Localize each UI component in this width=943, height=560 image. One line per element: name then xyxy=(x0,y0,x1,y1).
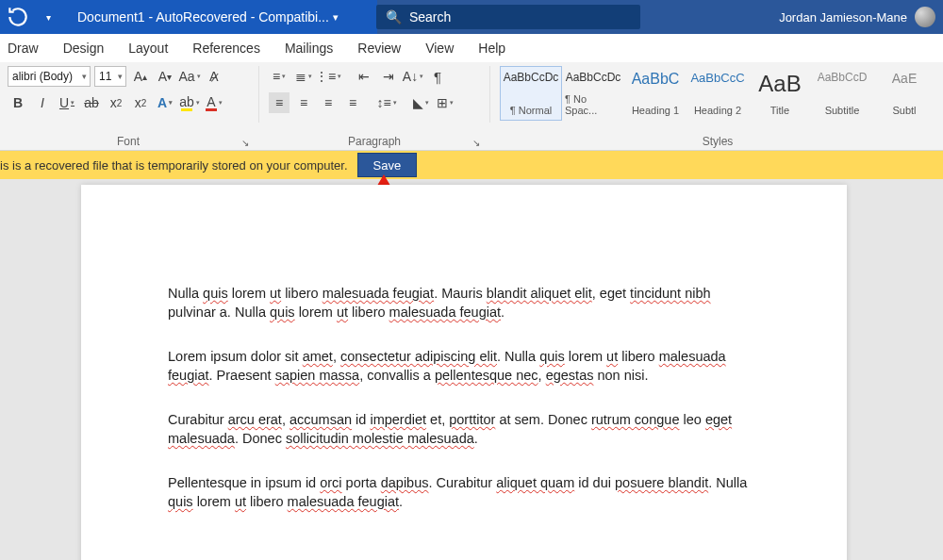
style-item[interactable]: AaBTitle xyxy=(749,66,811,121)
underline-icon[interactable]: U xyxy=(57,92,77,113)
title-dropdown-icon[interactable]: ▾ xyxy=(333,11,339,24)
line-spacing-icon[interactable]: ↕≡ xyxy=(376,92,397,113)
subscript-icon[interactable]: x2 xyxy=(106,92,126,113)
bold-icon[interactable]: B xyxy=(8,92,28,113)
recovery-message-text: is is a recovered file that is temporari… xyxy=(0,158,348,173)
tab-review[interactable]: Review xyxy=(357,41,401,56)
style-preview: AaE xyxy=(892,71,917,86)
styles-gallery[interactable]: AaBbCcDc¶ NormalAaBbCcDc¶ No Spac...AaBb… xyxy=(500,66,935,121)
paragraph-2[interactable]: Lorem ipsum dolor sit amet, consectetur … xyxy=(168,348,762,385)
user-name: Jordan Jamieson-Mane xyxy=(779,10,907,25)
document-page[interactable]: Nulla quis lorem ut libero malesuada feu… xyxy=(81,185,847,560)
font-family-combo[interactable]: alibri (Body) xyxy=(8,66,91,87)
shading-icon[interactable]: ◣ xyxy=(410,92,431,113)
style-preview: AaBbCcC xyxy=(690,71,744,85)
tab-layout[interactable]: Layout xyxy=(128,41,168,56)
multilevel-list-icon[interactable]: ⋮≡ xyxy=(318,66,339,87)
clear-formatting-icon[interactable]: A̷ xyxy=(204,66,224,87)
style-name-label: ¶ No Spac... xyxy=(565,93,621,116)
style-preview: AaBbCcDc xyxy=(504,71,559,84)
italic-icon[interactable]: I xyxy=(32,92,53,113)
align-center-icon[interactable]: ≡ xyxy=(293,92,314,113)
style-preview: AaB xyxy=(758,71,801,97)
paragraph-group-label: Paragraph xyxy=(348,135,401,148)
style-item[interactable]: AaBbCcCHeading 2 xyxy=(687,66,749,121)
style-preview: AaBbCcDc xyxy=(566,71,621,84)
style-name-label: Heading 2 xyxy=(694,105,741,116)
bullets-icon[interactable]: ≡ xyxy=(269,66,290,87)
strikethrough-icon[interactable]: ab xyxy=(81,92,102,113)
change-case-icon[interactable]: Aa xyxy=(179,66,200,87)
search-placeholder: Search xyxy=(409,9,451,25)
numbering-icon[interactable]: ≣ xyxy=(293,66,314,87)
autosave-redo-icon[interactable] xyxy=(6,5,30,29)
ribbon-tabs: Draw Design Layout References Mailings R… xyxy=(0,34,943,62)
tab-design[interactable]: Design xyxy=(63,41,105,56)
font-size-combo[interactable]: 11 xyxy=(94,66,126,87)
save-button[interactable]: Save xyxy=(357,153,418,177)
paragraph-dialog-launcher-icon[interactable]: ↘ xyxy=(472,138,480,148)
styles-group-label: Styles xyxy=(703,135,734,148)
shrink-font-icon[interactable]: A▾ xyxy=(155,66,175,87)
style-name-label: Heading 1 xyxy=(632,105,679,116)
style-name-label: ¶ Normal xyxy=(510,105,552,116)
style-preview: AaBbCcD xyxy=(818,71,868,84)
font-dialog-launcher-icon[interactable]: ↘ xyxy=(241,138,249,148)
superscript-icon[interactable]: x2 xyxy=(130,92,151,113)
tab-references[interactable]: References xyxy=(192,41,260,56)
paragraph-1[interactable]: Nulla quis lorem ut libero malesuada feu… xyxy=(168,285,762,321)
borders-icon[interactable]: ⊞ xyxy=(435,92,455,113)
tab-draw[interactable]: Draw xyxy=(8,41,39,56)
text-effects-icon[interactable]: A xyxy=(155,92,175,113)
decrease-indent-icon[interactable]: ⇤ xyxy=(354,66,374,87)
tab-help[interactable]: Help xyxy=(478,41,505,56)
style-item[interactable]: AaBbCcDc¶ Normal xyxy=(500,66,562,121)
style-item[interactable]: AaBbCcDSubtitle xyxy=(811,66,873,121)
font-color-icon[interactable]: A xyxy=(204,92,224,113)
style-name-label: Subtl xyxy=(892,105,916,116)
font-group-label: Font xyxy=(117,135,140,148)
style-item[interactable]: AaESubtl xyxy=(873,66,935,121)
style-item[interactable]: AaBbCcDc¶ No Spac... xyxy=(562,66,624,121)
highlight-icon[interactable]: ab xyxy=(179,92,200,113)
search-icon: 🔍 xyxy=(386,9,402,25)
style-item[interactable]: AaBbCHeading 1 xyxy=(624,66,687,121)
style-name-label: Title xyxy=(770,105,789,116)
recovery-message-bar: is is a recovered file that is temporari… xyxy=(0,151,943,179)
justify-icon[interactable]: ≡ xyxy=(342,92,363,113)
user-avatar[interactable] xyxy=(915,7,935,27)
show-hide-icon[interactable]: ¶ xyxy=(427,66,448,87)
sort-icon[interactable]: A↓ xyxy=(403,66,423,87)
document-title: Document1 - AutoRecovered - Compatibi... xyxy=(77,9,329,25)
tab-mailings[interactable]: Mailings xyxy=(285,41,333,56)
paragraph-4[interactable]: Pellentesque in ipsum id orci porta dapi… xyxy=(168,474,762,511)
tab-view[interactable]: View xyxy=(425,41,454,56)
align-left-icon[interactable]: ≡ xyxy=(269,92,290,113)
increase-indent-icon[interactable]: ⇥ xyxy=(378,66,399,87)
align-right-icon[interactable]: ≡ xyxy=(318,92,339,113)
style-preview: AaBbC xyxy=(632,71,680,88)
style-name-label: Subtitle xyxy=(825,105,860,116)
qat-dropdown-icon[interactable]: ▾ xyxy=(36,5,60,29)
grow-font-icon[interactable]: A▴ xyxy=(130,66,151,87)
search-box[interactable]: 🔍 Search xyxy=(376,5,640,29)
paragraph-3[interactable]: Curabitur arcu erat, accumsan id imperdi… xyxy=(168,411,762,448)
